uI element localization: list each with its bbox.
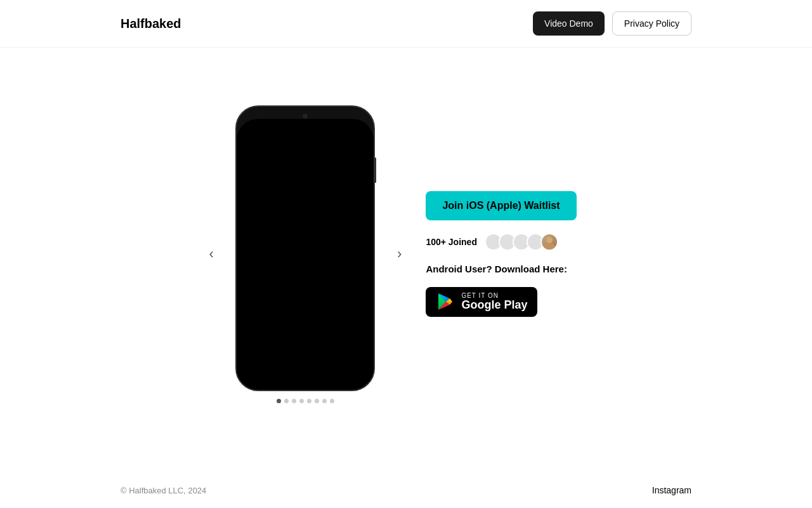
phone-wrapper xyxy=(235,105,375,403)
phone-mockup xyxy=(235,105,375,391)
avatar-5 xyxy=(540,233,558,251)
phone-carousel: ‹ › xyxy=(235,105,375,403)
dot-4[interactable] xyxy=(299,399,304,403)
phone-side-button xyxy=(374,157,376,183)
carousel-dots xyxy=(277,399,334,403)
joined-row: 100+ Joined xyxy=(426,233,576,251)
carousel-prev-button[interactable]: ‹ xyxy=(204,241,218,267)
android-label: Android User? Download Here: xyxy=(426,264,576,274)
video-demo-button[interactable]: Video Demo xyxy=(533,11,605,36)
google-play-icon-svg xyxy=(436,292,455,311)
nav: Video Demo Privacy Policy xyxy=(533,11,691,36)
dot-2[interactable] xyxy=(284,399,289,403)
carousel-next-button[interactable]: › xyxy=(392,241,407,267)
instagram-link[interactable]: Instagram xyxy=(652,485,691,495)
dot-8[interactable] xyxy=(330,399,334,403)
google-play-text: GET IT ON Google Play xyxy=(461,292,527,312)
footer: © Halfbaked LLC, 2024 Instagram xyxy=(0,472,812,508)
joined-count: 100+ Joined xyxy=(426,237,477,247)
avatars xyxy=(485,233,558,251)
privacy-policy-button[interactable]: Privacy Policy xyxy=(612,11,691,36)
play-store-icon xyxy=(436,292,455,311)
cta-section: Join iOS (Apple) Waitlist 100+ Joined An… xyxy=(426,191,576,317)
google-play-store-name: Google Play xyxy=(461,299,527,312)
google-play-button[interactable]: GET IT ON Google Play xyxy=(426,287,537,317)
waitlist-button[interactable]: Join iOS (Apple) Waitlist xyxy=(426,191,576,220)
dot-7[interactable] xyxy=(322,399,327,403)
phone-screen xyxy=(237,119,374,389)
dot-6[interactable] xyxy=(315,399,319,403)
footer-copyright: © Halfbaked LLC, 2024 xyxy=(121,486,206,495)
header: Halfbaked Video Demo Privacy Policy xyxy=(0,0,812,48)
dot-1[interactable] xyxy=(277,399,281,403)
dot-3[interactable] xyxy=(292,399,296,403)
main-content: ‹ › Join iOS (Apple) Waitlist 1 xyxy=(0,48,812,460)
logo: Halfbaked xyxy=(121,17,181,31)
phone-notch xyxy=(286,113,324,119)
dot-5[interactable] xyxy=(307,399,311,403)
